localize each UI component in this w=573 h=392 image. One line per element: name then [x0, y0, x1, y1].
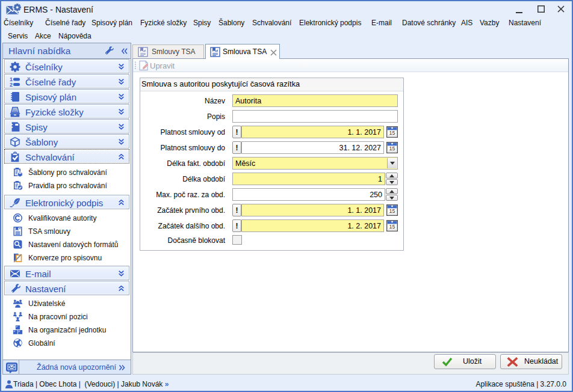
svg-text:15: 15 [389, 130, 395, 136]
svg-text:15: 15 [389, 224, 395, 230]
svg-text:15: 15 [389, 208, 395, 214]
svg-text:2: 2 [10, 82, 13, 87]
svg-text:15: 15 [389, 145, 395, 152]
